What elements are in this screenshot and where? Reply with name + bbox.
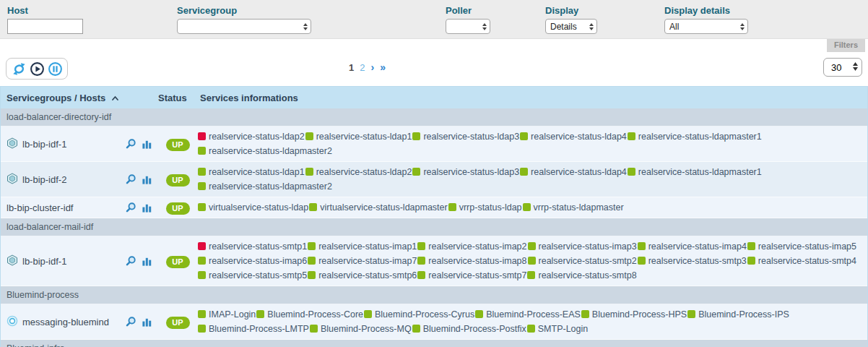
host-name[interactable]: messaging-bluemind <box>22 317 109 327</box>
service-item[interactable]: realservice-status-smtp4 <box>747 256 856 266</box>
service-status-chip <box>198 242 206 250</box>
host-name[interactable]: lb-bip-idf-2 <box>22 174 66 185</box>
magnifier-icon[interactable] <box>125 138 136 150</box>
service-item[interactable]: realservice-status-imap6 <box>197 256 307 266</box>
service-status-chip <box>475 310 483 318</box>
magnifier-icon[interactable] <box>125 316 136 327</box>
magnifier-icon[interactable] <box>125 174 136 185</box>
service-item[interactable]: Bluemind-Process-IPS <box>687 309 789 320</box>
toolbar: 1 2 › » 30 <box>0 52 868 86</box>
column-header-status[interactable]: Status <box>158 93 197 103</box>
play-icon[interactable] <box>29 61 45 77</box>
service-item[interactable]: Bluemind-Process-Postfix <box>412 324 526 334</box>
service-item[interactable]: realservice-status-smtp8 <box>526 270 636 280</box>
host-row: lb-bip-idf-2UPrealservice-status-ldap1re… <box>1 162 867 197</box>
display-label: Display <box>545 5 597 16</box>
service-item[interactable]: realservice-status-smtp1 <box>197 241 307 252</box>
chart-icon[interactable] <box>142 139 152 150</box>
service-label: realservice-status-imap4 <box>648 241 747 252</box>
service-item[interactable]: realservice-status-imap5 <box>747 241 856 252</box>
service-item[interactable]: SMTP-Login <box>526 324 588 334</box>
service-item[interactable]: realservice-status-ldapmaster1 <box>627 132 762 142</box>
service-item[interactable]: IMAP-Login <box>197 309 256 320</box>
service-item[interactable]: vrrp-status-ldap <box>448 202 522 213</box>
chart-icon[interactable] <box>142 174 152 185</box>
host-name[interactable]: lb-bip-idf-1 <box>22 139 66 150</box>
service-item[interactable]: Bluemind-Process-EAS <box>474 309 581 320</box>
chart-icon[interactable] <box>142 256 152 267</box>
service-item[interactable]: realservice-status-ldap2 <box>197 132 305 142</box>
service-item[interactable]: realservice-status-imap3 <box>527 241 637 252</box>
service-status-chip <box>528 242 536 250</box>
service-item[interactable]: realservice-status-imap8 <box>417 256 526 266</box>
service-item[interactable]: Bluemind-Process-MQ <box>309 324 412 334</box>
page-current[interactable]: 1 <box>349 62 354 73</box>
service-label: realservice-status-smtp3 <box>648 256 747 266</box>
service-label: Bluemind-Process-HPS <box>592 309 687 320</box>
page-size-select[interactable]: 30 <box>823 58 862 77</box>
column-header-hosts[interactable]: Servicegroups / Hosts <box>6 93 158 103</box>
service-item[interactable]: realservice-status-imap4 <box>637 241 747 252</box>
magnifier-icon[interactable] <box>125 202 136 213</box>
service-item[interactable]: vrrp-status-ldapmaster <box>522 202 624 213</box>
service-label: realservice-status-ldap3 <box>423 167 519 177</box>
service-item[interactable]: realservice-status-ldap3 <box>412 132 519 142</box>
host-name[interactable]: lb-bip-idf-1 <box>22 256 66 267</box>
last-page-icon[interactable]: » <box>380 61 386 73</box>
service-item[interactable]: realservice-status-imap2 <box>417 241 526 252</box>
service-item[interactable]: realservice-status-smtp6 <box>307 270 417 280</box>
host-name[interactable]: lb-bip-cluster-idf <box>6 202 73 213</box>
display-select[interactable]: Details <box>545 19 597 34</box>
service-item[interactable]: realservice-status-ldap4 <box>519 132 627 142</box>
service-status-chip <box>308 271 316 279</box>
status-badge: UP <box>166 317 190 329</box>
pause-icon[interactable] <box>47 61 63 77</box>
refresh-icon[interactable] <box>11 61 27 77</box>
chart-icon[interactable] <box>142 202 152 213</box>
loadbalancer-host-icon <box>6 254 18 268</box>
service-status-chip <box>638 242 646 250</box>
host-input[interactable] <box>7 19 83 34</box>
filters-tab[interactable]: Filters <box>827 39 865 52</box>
poller-select[interactable] <box>446 19 490 34</box>
service-item[interactable]: realservice-status-smtp5 <box>197 270 307 280</box>
service-item[interactable]: realservice-status-ldapmaster2 <box>197 181 332 192</box>
service-item[interactable]: realservice-status-ldapmaster1 <box>627 167 762 177</box>
service-status-chip <box>581 310 589 318</box>
next-page-icon[interactable]: › <box>370 61 374 73</box>
service-item[interactable]: Bluemind-Process-Core <box>256 309 363 320</box>
service-label: realservice-status-imap8 <box>428 256 526 266</box>
chart-icon[interactable] <box>142 317 152 327</box>
column-header-services[interactable]: Services informations <box>197 93 867 103</box>
service-item[interactable]: realservice-status-imap1 <box>307 241 417 252</box>
service-status-chip <box>747 242 755 250</box>
host-filter: Host <box>7 5 83 34</box>
service-item[interactable]: Bluemind-Process-LMTP <box>197 324 309 334</box>
service-label: realservice-status-ldap2 <box>316 167 412 177</box>
service-item[interactable]: realservice-status-ldap1 <box>197 167 305 177</box>
service-status-chip <box>198 257 206 265</box>
service-item[interactable]: realservice-status-ldap4 <box>519 167 627 177</box>
magnifier-icon[interactable] <box>125 255 136 267</box>
display-filter: Display Details <box>545 5 597 34</box>
display-details-select[interactable]: All <box>664 19 748 34</box>
service-item[interactable]: virtualservice-status-ldap <box>197 202 308 213</box>
host-row: lb-bip-idf-1UPrealservice-status-ldap2re… <box>1 127 867 162</box>
service-item[interactable]: realservice-status-smtp2 <box>527 256 637 266</box>
service-item[interactable]: realservice-status-ldap1 <box>305 132 412 142</box>
service-item[interactable]: realservice-status-smtp3 <box>637 256 747 266</box>
servicegroup-select[interactable] <box>177 19 311 34</box>
service-item[interactable]: realservice-status-ldapmaster2 <box>197 146 332 156</box>
service-item[interactable]: realservice-status-ldap3 <box>412 167 519 177</box>
service-item[interactable]: realservice-status-smtp7 <box>417 270 526 280</box>
service-item[interactable]: realservice-status-ldap2 <box>305 167 412 177</box>
service-label: Bluemind-Process-Core <box>267 309 363 320</box>
service-item[interactable]: Bluemind-Process-HPS <box>581 309 687 320</box>
service-item[interactable]: virtualservice-status-ldapmaster <box>308 202 447 213</box>
service-item[interactable]: Bluemind-Process-Cyrus <box>363 309 474 320</box>
filters-tab-row: Filters <box>0 39 868 52</box>
service-status-chip <box>417 242 425 250</box>
table-header: Servicegroups / Hosts Status Services in… <box>1 87 867 108</box>
page-2-link[interactable]: 2 <box>360 62 365 73</box>
service-item[interactable]: realservice-status-imap7 <box>307 256 417 266</box>
